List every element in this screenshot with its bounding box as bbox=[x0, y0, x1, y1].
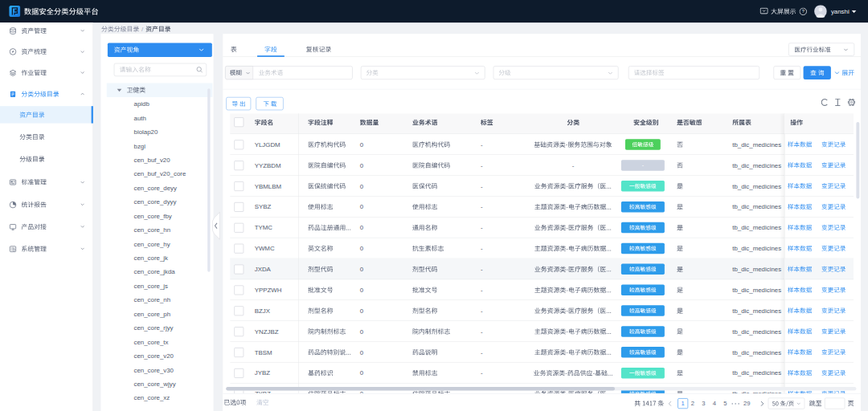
svg-text:?: ? bbox=[802, 9, 805, 14]
